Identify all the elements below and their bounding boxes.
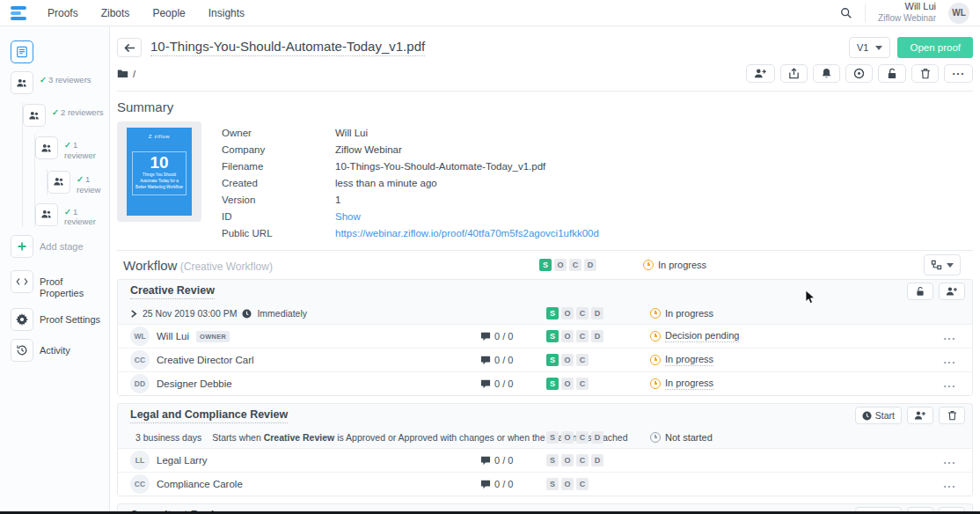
sidebar-item-activity[interactable]: Activity [11,339,104,362]
row-more-button[interactable]: ... [943,478,960,490]
field-company: Company Ziflow Webinar [222,141,973,158]
version-select[interactable]: V1 [849,37,890,58]
reviewer-status[interactable]: In progress [650,354,918,366]
status-badge-s: S [546,378,559,390]
public-url-link[interactable]: https://webinar.ziflow.io/proof/40tfa70m… [335,228,599,239]
comment-count[interactable]: 0 / 0 [480,479,546,489]
main-content: 10-Things-You-Should-Automate-Today_v1.p… [111,26,980,514]
row-more-button[interactable]: ... [943,378,960,390]
open-proof-button[interactable]: Open proof [897,37,973,58]
share-proof-button[interactable] [780,64,808,83]
unlock-icon [915,286,925,297]
delete-proof-button[interactable] [911,64,939,83]
id-show-link[interactable]: Show [335,211,361,222]
status-badge-s: S [546,454,559,466]
more-actions-button[interactable]: ... [944,64,973,83]
version-value: V1 [857,42,868,53]
status-badge-c: C [576,354,589,366]
sidebar-stage-client[interactable]: Cli... ✓1 review [48,171,104,195]
stage-manage-reviewers-button[interactable] [939,283,965,300]
reviewer-name: Designer Debbie [157,378,232,389]
stage-name[interactable]: Creative Review [130,284,215,299]
row-more-button[interactable]: ... [943,330,960,342]
add-reviewer-button[interactable] [746,64,775,83]
field-created: Created less than a minute ago [222,174,973,191]
stage-reviewer-count: ✓2 reviewers [52,107,104,118]
stage-status: Not started [650,432,918,443]
stage-delete-button[interactable] [939,407,965,424]
left-sidebar: Summary Creative Review ✓3 reviewers Leg… [0,26,110,514]
status-badge-s: S [546,431,559,444]
status-badge-c: C [576,378,589,390]
status-badge-c: C [576,478,589,490]
nav-insights[interactable]: Insights [208,7,245,19]
chevron-right-icon[interactable] [130,310,137,318]
stage-deadline[interactable]: 25 Nov 2019 03:00 PM [143,308,237,319]
nav-proofs[interactable]: Proofs [48,7,78,19]
user-avatar[interactable]: WL [948,3,969,24]
reviewer-row: LL Legal Larry 0 / 0 SOCD ... [118,448,972,472]
notifications-button[interactable] [813,64,840,83]
clock-icon [643,260,654,270]
sidebar-stage-consultant[interactable]: Consult... ✓1 reviewer [35,136,104,161]
comment-count[interactable]: 0 / 0 [480,378,546,389]
folder-icon [117,69,128,78]
user-info[interactable]: Will Lui Ziflow Webinar [878,1,936,24]
stage-manage-reviewers-button[interactable] [907,407,933,424]
sidebar-stage-qa-review[interactable]: QA Revi... ✓1 reviewer [35,203,104,228]
breadcrumb[interactable]: / [117,69,135,79]
stage-start-button[interactable]: Start [855,407,902,424]
status-badge-c: C [576,454,589,466]
stage-name[interactable]: Legal and Compliance Review [130,408,288,423]
check-icon: ✓ [40,75,47,84]
proof-thumbnail[interactable]: Z ziflow 10 Things You Should Automate T… [117,121,201,222]
nav-people[interactable]: People [152,7,185,19]
reviewer-socd-badges: SOC [546,378,650,390]
ziflow-logo-icon[interactable] [11,6,26,20]
comment-count[interactable]: 0 / 0 [480,355,546,365]
stage-card-legal-compliance: Legal and Compliance Review Start [117,403,973,496]
stage-lock-button[interactable] [907,283,933,300]
automation-target-button[interactable] [845,64,873,83]
workflow-socd-badges: SOCD [539,259,643,271]
search-icon[interactable] [840,7,852,19]
ellipsis-icon: ... [952,71,965,77]
sidebar-stage-legal[interactable]: Legal and C... ✓2 reviewers [23,104,104,127]
field-id: ID Show [222,208,973,224]
comment-icon [480,480,491,489]
sidebar-item-summary[interactable]: Summary [11,40,104,63]
reviewer-status[interactable]: Decision pending [650,330,918,342]
workflow-options-button[interactable] [924,254,961,275]
sidebar-item-proof-properties[interactable]: Proof Properties [11,270,104,299]
check-icon: ✓ [64,140,71,150]
proof-title[interactable]: 10-Things-You-Should-Automate-Today_v1.p… [150,39,425,56]
lock-proof-button[interactable] [878,64,906,83]
user-company: Ziflow Webinar [878,13,936,25]
nav-zibots[interactable]: Zibots [101,7,130,19]
row-more-button[interactable]: ... [943,454,960,466]
row-more-button[interactable]: ... [943,354,960,366]
reviewer-avatar: WL [130,327,150,346]
reviewer-name: Compliance Carole [157,479,243,489]
reviewer-status[interactable]: In progress [650,378,918,390]
stage-deadline[interactable]: 3 business days [135,432,201,443]
reviewer-avatar: LL [130,451,150,470]
activity-label: Activity [40,339,70,356]
summary-fields: Owner Will Lui Company Ziflow Webinar Fi… [222,121,973,241]
reviewer-name: Will Lui [157,331,189,341]
properties-code-icon [11,270,33,293]
comment-count[interactable]: 0 / 0 [480,331,546,341]
workflow-status: In progress [643,260,918,270]
comment-count[interactable]: 0 / 0 [480,455,546,466]
person-add-icon [946,286,958,297]
trash-icon [947,410,957,421]
status-badge-o: O [554,259,567,271]
people-icon [35,136,58,159]
stage-meta-row: 3 business days Starts when Creative Rev… [118,427,972,448]
add-stage-button[interactable]: Add stage [11,235,104,258]
person-add-icon [914,410,926,421]
sidebar-stage-creative-review[interactable]: Creative Review ✓3 reviewers [11,71,104,94]
back-button[interactable] [117,38,142,57]
add-stage-label: Add stage [40,235,84,253]
sidebar-item-proof-settings[interactable]: Proof Settings [11,308,104,331]
